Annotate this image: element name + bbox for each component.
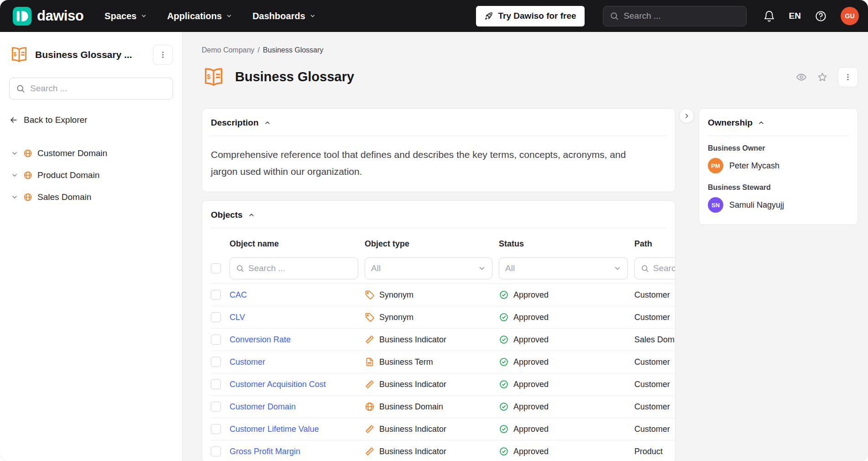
svg-text:$: $ xyxy=(14,51,17,58)
status-label: Approved xyxy=(513,313,549,322)
row-checkbox[interactable] xyxy=(211,290,221,300)
ruler-icon xyxy=(365,424,375,434)
try-dawiso-button[interactable]: Try Dawiso for free xyxy=(476,6,585,26)
sidebar-item-sales-domain[interactable]: Sales Domain xyxy=(9,186,173,208)
object-type-label: Business Indicator xyxy=(379,424,446,434)
object-name-filter-input[interactable] xyxy=(248,263,352,273)
sidebar-search-input[interactable] xyxy=(30,84,166,94)
ownership-body: Business Owner PM Peter Mycash Business … xyxy=(699,136,858,225)
business-owner-person[interactable]: PM Peter Mycash xyxy=(708,158,849,173)
sidebar-header: $ Business Glossary ... xyxy=(9,44,173,66)
business-steward-label: Business Steward xyxy=(708,183,849,192)
path-cell: Customer xyxy=(634,402,675,412)
object-type-label: Business Indicator xyxy=(379,380,446,389)
chevron-down-icon[interactable] xyxy=(11,172,18,179)
object-name-link[interactable]: Conversion Rate xyxy=(230,335,291,344)
check-circle-icon xyxy=(499,402,509,412)
objects-title: Objects xyxy=(211,210,243,220)
breadcrumb-parent[interactable]: Demo Company xyxy=(202,46,255,54)
object-name-link[interactable]: Customer Domain xyxy=(230,402,296,411)
path-filter[interactable] xyxy=(634,257,675,279)
row-checkbox[interactable] xyxy=(211,312,221,322)
breadcrumb: Demo Company / Business Glossary xyxy=(202,46,858,55)
tag-icon xyxy=(365,290,375,300)
global-search-input[interactable] xyxy=(624,11,740,21)
page-actions xyxy=(796,67,858,87)
ruler-icon xyxy=(365,335,375,345)
object-type-filter-value: All xyxy=(371,263,381,273)
row-checkbox[interactable] xyxy=(211,335,221,345)
page-title: Business Glossary xyxy=(235,69,796,84)
row-checkbox[interactable] xyxy=(211,446,221,456)
sidebar-item-customer-domain[interactable]: Customer Domain xyxy=(9,142,173,164)
page-header: $ Business Glossary xyxy=(202,65,858,89)
check-circle-icon xyxy=(499,312,509,322)
object-name-link[interactable]: CAC xyxy=(230,290,247,299)
object-name-link[interactable]: Customer Lifetime Value xyxy=(230,424,319,434)
steward-name: Samuli Nagyujj xyxy=(729,200,784,210)
table-row: Customer Acquisition Cost Business Indic… xyxy=(211,373,675,395)
object-name-filter[interactable] xyxy=(230,257,358,279)
chevron-down-icon[interactable] xyxy=(11,194,18,201)
user-avatar[interactable]: GU xyxy=(841,7,859,25)
status-label: Approved xyxy=(513,380,549,389)
sidebar-search[interactable] xyxy=(9,78,173,100)
column-header-path[interactable]: Path xyxy=(634,239,675,249)
page-menu-button[interactable] xyxy=(838,67,858,87)
topnav-item-spaces[interactable]: Spaces xyxy=(105,11,147,21)
watch-eye-icon[interactable] xyxy=(796,72,807,83)
ruler-icon xyxy=(365,379,375,389)
back-to-explorer-label: Back to Explorer xyxy=(24,115,87,125)
topnav-item-applications[interactable]: Applications xyxy=(167,11,232,21)
status-filter[interactable]: All xyxy=(499,257,628,279)
table-header-row: Object name Object type Status Path xyxy=(211,228,675,255)
table-row: CAC Synonym Approved Customer xyxy=(211,283,675,306)
path-filter-input[interactable] xyxy=(653,263,675,273)
notifications-bell-icon[interactable] xyxy=(763,10,775,22)
object-type-filter[interactable]: All xyxy=(365,257,492,279)
back-to-explorer-link[interactable]: Back to Explorer xyxy=(9,115,173,125)
table-row: Customer Lifetime Value Business Indicat… xyxy=(211,418,675,440)
sidebar-menu-button[interactable] xyxy=(153,45,173,65)
dawiso-logo-text: dawiso xyxy=(37,8,84,24)
topnav-item-label: Applications xyxy=(167,11,222,21)
object-name-link[interactable]: Gross Profit Margin xyxy=(230,447,300,456)
select-all-checkbox[interactable] xyxy=(211,263,221,273)
column-header-object-type[interactable]: Object type xyxy=(365,239,499,249)
app-window: dawiso Spaces Applications Dashboards Tr… xyxy=(0,0,868,461)
favorite-star-icon[interactable] xyxy=(817,72,828,83)
object-name-link[interactable]: Customer Acquisition Cost xyxy=(230,380,326,389)
row-checkbox[interactable] xyxy=(211,379,221,389)
sidebar-item-product-domain[interactable]: Product Domain xyxy=(9,164,173,186)
row-checkbox[interactable] xyxy=(211,357,221,367)
object-name-link[interactable]: CLV xyxy=(230,313,245,322)
help-icon[interactable] xyxy=(815,10,827,22)
check-circle-icon xyxy=(499,446,509,456)
ownership-title: Ownership xyxy=(708,118,753,128)
chevron-down-icon[interactable] xyxy=(11,150,18,157)
topbar: dawiso Spaces Applications Dashboards Tr… xyxy=(0,0,868,32)
description-header[interactable]: Description xyxy=(211,109,666,136)
dawiso-logo[interactable]: dawiso xyxy=(13,7,84,26)
topnav-item-label: Dashboards xyxy=(252,11,305,21)
object-name-link[interactable]: Customer xyxy=(230,357,265,367)
column-header-status[interactable]: Status xyxy=(499,239,634,249)
row-checkbox[interactable] xyxy=(211,424,221,434)
global-search[interactable] xyxy=(603,6,747,26)
topnav-item-dashboards[interactable]: Dashboards xyxy=(252,11,316,21)
owner-name: Peter Mycash xyxy=(729,161,779,171)
column-header-object-name[interactable]: Object name xyxy=(230,239,365,249)
search-icon xyxy=(641,264,649,272)
language-switcher[interactable]: EN xyxy=(789,11,801,21)
business-steward-person[interactable]: SN Samuli Nagyujj xyxy=(708,197,849,213)
description-text: Comprehensive reference tool that define… xyxy=(211,146,635,180)
row-checkbox[interactable] xyxy=(211,402,221,412)
ownership-header[interactable]: Ownership xyxy=(708,109,849,136)
table-filter-row: All All xyxy=(211,255,675,282)
globe-icon xyxy=(23,193,32,202)
chevron-up-icon xyxy=(758,119,765,126)
objects-card: Objects Object name Object type xyxy=(202,200,675,461)
panel-collapse-button[interactable] xyxy=(679,108,694,123)
check-circle-icon xyxy=(499,290,509,300)
objects-header[interactable]: Objects xyxy=(211,201,666,228)
